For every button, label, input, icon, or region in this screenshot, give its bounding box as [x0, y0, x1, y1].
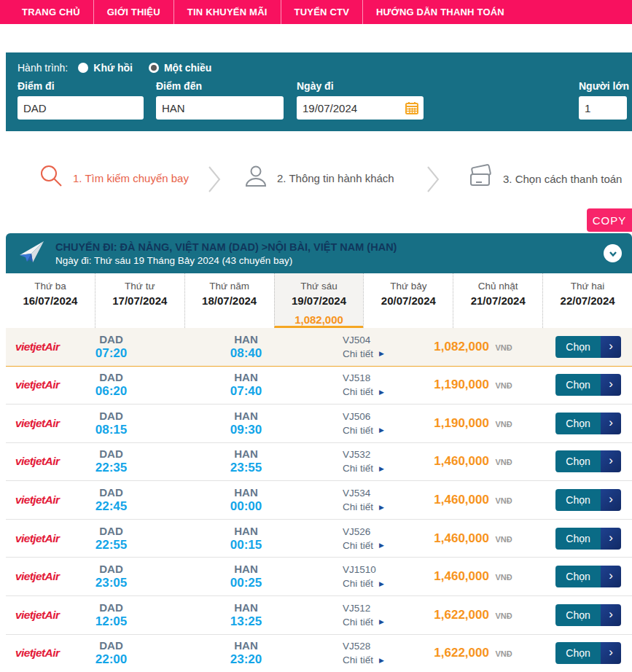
nav-item-recruit-ctv[interactable]: TUYỂN CTV — [281, 0, 363, 24]
detail-arrow-icon: ▶ — [379, 388, 384, 396]
date-tab-day: Thứ ba — [6, 281, 95, 292]
vietjet-logo: vietjetAir — [15, 532, 59, 544]
nav-item-home[interactable]: TRANG CHỦ — [9, 0, 94, 24]
flight-detail-link[interactable]: Chi tiết ▶ — [343, 617, 416, 628]
vietjet-logo: vietjetAir — [15, 493, 59, 506]
date-tab-price: 1,082,000 — [275, 313, 364, 326]
flight-detail-link[interactable]: Chi tiết ▶ — [343, 655, 416, 665]
flight-detail-link[interactable]: Chi tiết ▶ — [343, 348, 416, 359]
vietjet-logo: vietjetAir — [15, 570, 59, 582]
select-flight-button[interactable]: Chọn › — [555, 374, 621, 396]
arrival-airport: HAN — [149, 410, 343, 422]
select-flight-button[interactable]: Chọn › — [555, 336, 621, 358]
price-cell: 1,622,000 VNĐ — [416, 646, 531, 660]
flight-detail-link[interactable]: Chi tiết ▶ — [343, 386, 416, 397]
select-flight-label: Chọn — [555, 450, 601, 472]
date-tab[interactable]: Thứ hai 22/07/2024 — [542, 273, 632, 328]
date-tab-date: 21/07/2024 — [453, 294, 542, 307]
flight-row: vietjetAir DAD 08:15 HAN 09:30 VJ506 Chi… — [6, 404, 632, 442]
date-tab[interactable]: Chủ nhật 21/07/2024 — [453, 273, 542, 328]
select-flight-button[interactable]: Chọn › — [555, 642, 621, 664]
select-arrow-icon: › — [601, 489, 621, 511]
flight-info-cell: VJ1510 Chi tiết ▶ — [343, 564, 416, 589]
select-cell: Chọn › — [555, 489, 621, 511]
step-passenger-info-label: 2. Thông tin hành khách — [277, 172, 394, 184]
depart-date-input[interactable] — [297, 96, 424, 120]
nav-item-payment-guide[interactable]: HƯỚNG DẪN THANH TOÁN — [363, 0, 518, 24]
credit-cards-icon — [467, 163, 495, 194]
arrival-cell: HAN 07:40 — [149, 371, 343, 399]
radio-round-trip[interactable]: Khứ hồi — [78, 62, 133, 74]
origin-input[interactable] — [17, 96, 144, 120]
arrival-time: 13:25 — [149, 614, 343, 629]
flight-info-cell: VJ504 Chi tiết ▶ — [343, 335, 416, 359]
arrival-airport: HAN — [149, 448, 343, 460]
select-arrow-icon: › — [601, 413, 621, 434]
currency-label: VNĐ — [495, 343, 512, 352]
radio-one-way-icon[interactable] — [149, 63, 159, 73]
date-tab[interactable]: Thứ sáu 19/07/2024 1,082,000 — [274, 273, 364, 328]
departure-airport: DAD — [73, 410, 149, 422]
radio-round-trip-icon[interactable] — [78, 63, 88, 73]
origin-label: Điểm đi — [17, 80, 55, 92]
select-flight-button[interactable]: Chọn › — [555, 489, 621, 511]
flight-detail-link[interactable]: Chi tiết ▶ — [343, 425, 416, 436]
select-flight-button[interactable]: Chọn › — [555, 528, 621, 550]
flight-detail-link[interactable]: Chi tiết ▶ — [343, 463, 416, 474]
flight-detail-label: Chi tiết — [343, 655, 373, 665]
date-tab[interactable]: Thứ ba 16/07/2024 — [6, 273, 95, 328]
nav-item-promotions[interactable]: TIN KHUYẾN MÃI — [174, 0, 281, 24]
collapse-toggle-button[interactable] — [604, 244, 622, 262]
flight-row: vietjetAir DAD 22:35 HAN 23:55 VJ532 Chi… — [6, 442, 632, 481]
arrival-cell: HAN 08:40 — [149, 333, 343, 361]
flight-row: vietjetAir DAD 22:45 HAN 00:00 VJ534 Chi… — [6, 480, 632, 519]
flight-info-cell: VJ528 Chi tiết ▶ — [343, 641, 416, 665]
date-tab[interactable]: Thứ bảy 20/07/2024 — [363, 273, 453, 328]
departure-time: 22:35 — [73, 461, 149, 475]
chevron-right-icon — [207, 165, 222, 197]
person-icon — [243, 163, 269, 192]
select-flight-button[interactable]: Chọn › — [555, 413, 621, 434]
date-tab-day: Thứ hai — [543, 281, 632, 292]
departure-airport: DAD — [73, 601, 149, 614]
radio-round-trip-label: Khứ hồi — [93, 62, 133, 74]
date-tab-date: 20/07/2024 — [364, 294, 453, 307]
departure-cell: DAD 07:20 — [73, 333, 149, 361]
date-tab-day: Chủ nhật — [453, 281, 542, 292]
date-tab[interactable]: Thứ tư 17/07/2024 — [95, 273, 184, 328]
departure-time: 12:05 — [73, 614, 149, 629]
date-tab-date: 18/07/2024 — [185, 294, 274, 307]
copy-button[interactable]: COPY — [587, 208, 632, 232]
currency-label: VNĐ — [495, 458, 512, 466]
calendar-icon[interactable] — [405, 101, 418, 117]
flight-detail-label: Chi tiết — [343, 540, 373, 551]
date-tabs: Thứ ba 16/07/2024 Thứ tư 17/07/2024 Thứ … — [6, 273, 632, 328]
select-flight-button[interactable]: Chọn › — [555, 450, 621, 472]
date-tab[interactable]: Thứ năm 18/07/2024 — [184, 273, 274, 328]
destination-input[interactable] — [156, 96, 284, 120]
flight-info-cell: VJ526 Chi tiết ▶ — [343, 526, 416, 551]
vietjet-logo: vietjetAir — [15, 417, 59, 429]
departure-airport: DAD — [73, 486, 149, 499]
flight-detail-link[interactable]: Chi tiết ▶ — [343, 540, 416, 551]
flight-row: vietjetAir DAD 12:05 HAN 13:25 VJ512 Chi… — [6, 595, 632, 634]
flight-detail-link[interactable]: Chi tiết ▶ — [343, 578, 416, 589]
select-flight-label: Chọn — [555, 566, 601, 587]
departure-cell: DAD 22:45 — [73, 486, 149, 514]
arrival-airport: HAN — [149, 371, 343, 383]
nav-item-about[interactable]: GIỚI THIỆU — [94, 0, 174, 24]
adults-input[interactable] — [579, 96, 627, 120]
select-flight-button[interactable]: Chọn › — [555, 604, 621, 626]
select-flight-button[interactable]: Chọn › — [555, 566, 621, 587]
date-tab-day: Thứ tư — [95, 281, 184, 292]
flight-detail-link[interactable]: Chi tiết ▶ — [343, 501, 416, 512]
price-cell: 1,460,000 VNĐ — [416, 531, 531, 546]
radio-one-way[interactable]: Một chiều — [149, 62, 211, 74]
select-cell: Chọn › — [555, 413, 621, 434]
price-cell: 1,460,000 VNĐ — [416, 454, 531, 469]
date-tab-day: Thứ sáu — [275, 281, 364, 292]
departure-cell: DAD 12:05 — [73, 601, 149, 629]
flight-rows: vietjetAir DAD 07:20 HAN 08:40 VJ504 Chi… — [6, 328, 632, 672]
arrival-cell: HAN 09:30 — [149, 410, 343, 437]
select-arrow-icon: › — [601, 604, 621, 626]
